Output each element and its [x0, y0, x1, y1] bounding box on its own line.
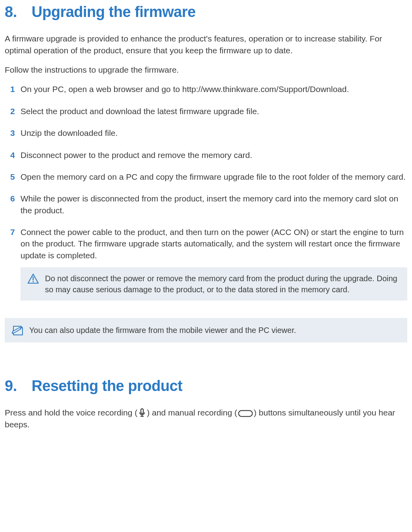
step-text: Connect the power cable to the product, …: [21, 226, 407, 261]
step-item: 1 On your PC, open a web browser and go …: [10, 83, 407, 95]
section-9-title: Resetting the product: [32, 378, 182, 394]
section-9-number: 9.: [5, 376, 28, 397]
warning-callout: Do not disconnect the power or remove th…: [21, 267, 407, 301]
svg-point-1: [32, 281, 34, 282]
section-9-body: Press and hold the voice recording () an…: [5, 407, 407, 430]
rec-button-icon: [238, 410, 253, 417]
warning-icon: [28, 274, 39, 284]
step-number: 1: [10, 83, 21, 95]
section-9-body-mid: ) and manual recording (: [147, 408, 237, 417]
step-number: 2: [10, 105, 21, 117]
warning-text: Do not disconnect the power or remove th…: [45, 273, 400, 295]
section-8-title: Upgrading the firmware: [32, 4, 196, 20]
section-8-number: 8.: [5, 2, 28, 23]
section-9-body-pre: Press and hold the voice recording (: [5, 408, 137, 417]
section-9-heading: 9. Resetting the product: [5, 376, 407, 397]
section-8-intro-1: A firmware upgrade is provided to enhanc…: [5, 33, 407, 56]
step-number: 3: [10, 127, 21, 139]
step-item: 7 Connect the power cable to the product…: [10, 226, 407, 261]
note-callout: You can also update the firmware from th…: [5, 318, 407, 342]
steps-list: 1 On your PC, open a web browser and go …: [5, 83, 407, 301]
step-number: 7: [10, 226, 21, 261]
section-8-heading: 8. Upgrading the firmware: [5, 2, 407, 23]
step-text: Unzip the downloaded file.: [21, 127, 407, 139]
svg-rect-2: [141, 409, 143, 414]
step-item: 5 Open the memory card on a PC and copy …: [10, 171, 407, 182]
step-number: 4: [10, 149, 21, 161]
note-icon: [12, 325, 24, 336]
note-text: You can also update the firmware from th…: [29, 325, 400, 336]
step-text: On your PC, open a web browser and go to…: [21, 83, 407, 95]
step-text: While the power is disconnected from the…: [21, 193, 407, 216]
step-item: 4 Disconnect power to the product and re…: [10, 149, 407, 161]
step-text: Disconnect power to the product and remo…: [21, 149, 407, 161]
step-text: Select the product and download the late…: [21, 105, 407, 117]
step-number: 5: [10, 171, 21, 182]
section-8-intro-2: Follow the instructions to upgrade the f…: [5, 64, 407, 75]
step-item: 2 Select the product and download the la…: [10, 105, 407, 117]
step-item: 3 Unzip the downloaded file.: [10, 127, 407, 139]
step-text: Open the memory card on a PC and copy th…: [21, 171, 407, 182]
step-item: 6 While the power is disconnected from t…: [10, 193, 407, 216]
microphone-icon: [138, 408, 146, 417]
step-number: 6: [10, 193, 21, 216]
svg-rect-5: [238, 411, 252, 417]
